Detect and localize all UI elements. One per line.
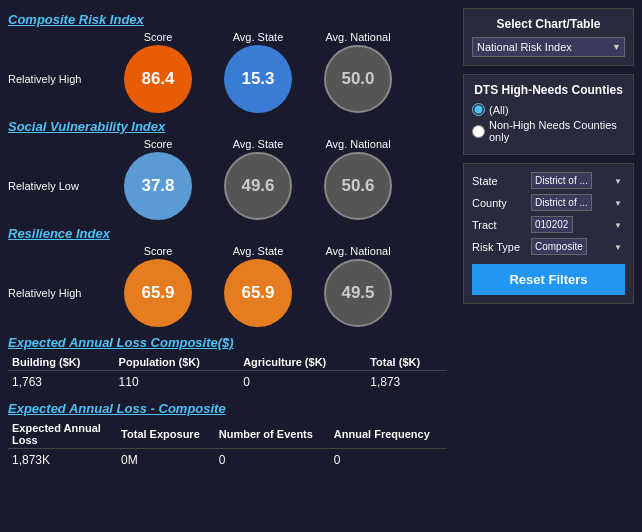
risk-type-select[interactable]: Composite — [531, 238, 587, 255]
filters-widget: State District of ... County District of… — [463, 163, 634, 304]
ri-avg-state-circle: 65.9 — [224, 259, 292, 327]
tract-select-wrapper[interactable]: 010202 — [531, 216, 625, 233]
state-filter-label: State — [472, 175, 527, 187]
state-select-wrapper[interactable]: District of ... — [531, 172, 625, 189]
social-vulnerability-section: Social Vulnerability Index Score Avg. St… — [8, 119, 447, 220]
composite-risk-row: Relatively High 86.4 15.3 50.0 — [8, 45, 447, 113]
ealc-frequency-header: Annual Frequency — [330, 420, 447, 449]
resilience-rating: Relatively High — [8, 287, 108, 299]
app-container: Composite Risk Index Score Avg. State Av… — [0, 0, 642, 532]
composite-risk-section: Composite Risk Index Score Avg. State Av… — [8, 12, 447, 113]
county-select-wrapper[interactable]: District of ... — [531, 194, 625, 211]
eal-agriculture-value: 0 — [239, 371, 366, 394]
ri-avg-state-col-header: Avg. State — [208, 245, 308, 257]
score-headers-row: Score Avg. State Avg. National — [108, 31, 447, 43]
ealc-exposure-header: Total Exposure — [117, 420, 215, 449]
county-select[interactable]: District of ... — [531, 194, 592, 211]
eal-composite-header-row: Expected AnnualLoss Total Exposure Numbe… — [8, 420, 447, 449]
risk-type-filter-label: Risk Type — [472, 241, 527, 253]
ealc-frequency-value: 0 — [330, 449, 447, 472]
ealc-events-value: 0 — [215, 449, 330, 472]
avg-state-col-header: Avg. State — [208, 31, 308, 43]
eal-population-value: 110 — [115, 371, 240, 394]
risk-type-select-wrapper[interactable]: Composite — [531, 238, 625, 255]
expected-annual-loss-section: Expected Annual Loss Composite($) Buildi… — [8, 335, 447, 393]
eal-composite-title: Expected Annual Loss - Composite — [8, 401, 447, 416]
ri-score-circle: 65.9 — [124, 259, 192, 327]
composite-risk-rating: Relatively High — [8, 73, 108, 85]
svi-avg-state-circle: 49.6 — [224, 152, 292, 220]
composite-score-circle: 86.4 — [124, 45, 192, 113]
svi-score-value: 37.8 — [141, 176, 174, 196]
ealc-exposure-value: 0M — [117, 449, 215, 472]
eal-total-value: 1,873 — [366, 371, 447, 394]
resilience-title: Resilience Index — [8, 226, 447, 241]
eal-composite-table: Expected AnnualLoss Total Exposure Numbe… — [8, 420, 447, 471]
radio-non-high-item[interactable]: Non-High Needs Counties only — [472, 119, 625, 143]
reset-filters-button[interactable]: Reset Filters — [472, 264, 625, 295]
ri-avg-national-circle: 49.5 — [324, 259, 392, 327]
svi-score-col-header: Score — [108, 138, 208, 150]
right-panel: Select Chart/Table National Risk Index S… — [455, 0, 642, 532]
eal-building-value: 1,763 — [8, 371, 115, 394]
svi-avg-national-value: 50.6 — [341, 176, 374, 196]
high-needs-widget-title: DTS High-Needs Counties — [472, 83, 625, 97]
eal-building-header: Building ($K) — [8, 354, 115, 371]
resilience-row: Relatively High 65.9 65.9 49.5 — [8, 259, 447, 327]
resilience-section: Resilience Index Score Avg. State Avg. N… — [8, 226, 447, 327]
ri-score-value: 65.9 — [141, 283, 174, 303]
composite-risk-title: Composite Risk Index — [8, 12, 447, 27]
eal-total-header: Total ($K) — [366, 354, 447, 371]
social-vulnerability-title: Social Vulnerability Index — [8, 119, 447, 134]
high-needs-widget: DTS High-Needs Counties (All) Non-High N… — [463, 74, 634, 155]
state-filter-row: State District of ... — [472, 172, 625, 189]
eal-composite-section: Expected Annual Loss - Composite Expecte… — [8, 401, 447, 471]
left-panel: Composite Risk Index Score Avg. State Av… — [0, 0, 455, 532]
high-needs-radio-group: (All) Non-High Needs Counties only — [472, 103, 625, 143]
avg-national-col-header: Avg. National — [308, 31, 408, 43]
composite-avg-state-circle: 15.3 — [224, 45, 292, 113]
chart-table-widget: Select Chart/Table National Risk Index S… — [463, 8, 634, 66]
score-col-header: Score — [108, 31, 208, 43]
composite-avg-state-value: 15.3 — [241, 69, 274, 89]
composite-score-value: 86.4 — [141, 69, 174, 89]
ri-avg-national-value: 49.5 — [341, 283, 374, 303]
radio-all-item[interactable]: (All) — [472, 103, 625, 116]
svi-avg-national-col-header: Avg. National — [308, 138, 408, 150]
tract-select[interactable]: 010202 — [531, 216, 573, 233]
ri-avg-state-value: 65.9 — [241, 283, 274, 303]
eal-agriculture-header: Agriculture ($K) — [239, 354, 366, 371]
radio-all-label: (All) — [489, 104, 509, 116]
composite-avg-national-circle: 50.0 — [324, 45, 392, 113]
social-vulnerability-rating: Relatively Low — [8, 180, 108, 192]
risk-type-filter-row: Risk Type Composite — [472, 238, 625, 255]
svi-avg-national-circle: 50.6 — [324, 152, 392, 220]
ealc-loss-header: Expected AnnualLoss — [8, 420, 117, 449]
eal-composite-data-row: 1,873K 0M 0 0 — [8, 449, 447, 472]
ri-avg-national-col-header: Avg. National — [308, 245, 408, 257]
radio-all-input[interactable] — [472, 103, 485, 116]
tract-filter-row: Tract 010202 — [472, 216, 625, 233]
radio-non-high-label: Non-High Needs Counties only — [489, 119, 625, 143]
social-vulnerability-row: Relatively Low 37.8 49.6 50.6 — [8, 152, 447, 220]
composite-avg-national-value: 50.0 — [341, 69, 374, 89]
svi-avg-state-value: 49.6 — [241, 176, 274, 196]
eal-population-header: Population ($K) — [115, 354, 240, 371]
svi-score-headers-row: Score Avg. State Avg. National — [108, 138, 447, 150]
ri-score-headers-row: Score Avg. State Avg. National — [108, 245, 447, 257]
eal-table: Building ($K) Population ($K) Agricultur… — [8, 354, 447, 393]
svi-avg-state-col-header: Avg. State — [208, 138, 308, 150]
county-filter-row: County District of ... — [472, 194, 625, 211]
eal-data-row: 1,763 110 0 1,873 — [8, 371, 447, 394]
eal-title: Expected Annual Loss Composite($) — [8, 335, 447, 350]
ri-score-col-header: Score — [108, 245, 208, 257]
ealc-events-header: Number of Events — [215, 420, 330, 449]
eal-header-row: Building ($K) Population ($K) Agricultur… — [8, 354, 447, 371]
state-select[interactable]: District of ... — [531, 172, 592, 189]
tract-filter-label: Tract — [472, 219, 527, 231]
radio-non-high-input[interactable] — [472, 125, 485, 138]
chart-table-select-wrapper[interactable]: National Risk Index Social Vulnerability… — [472, 37, 625, 57]
ealc-loss-value: 1,873K — [8, 449, 117, 472]
county-filter-label: County — [472, 197, 527, 209]
chart-table-select[interactable]: National Risk Index Social Vulnerability… — [472, 37, 625, 57]
